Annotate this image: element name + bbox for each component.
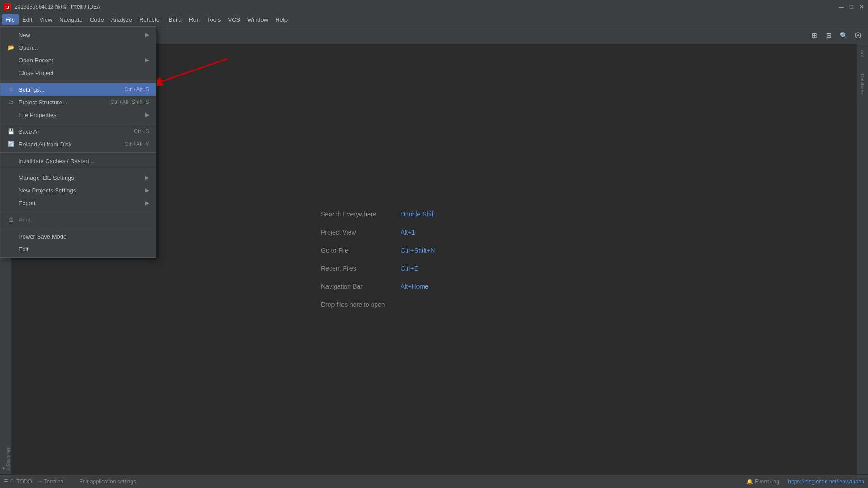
menu-item-power-save[interactable]: Power Save Mode (0, 230, 156, 243)
status-message: Edit application settings (79, 479, 136, 485)
project-structure-label: Project Structure... (19, 99, 99, 106)
menu-window[interactable]: Window (244, 14, 272, 25)
file-dropdown-menu: New ▶ 📂 Open... Open Recent ▶ Close Proj… (0, 26, 156, 258)
menu-run[interactable]: Run (185, 14, 203, 25)
maximize-button[interactable]: □ (848, 4, 854, 10)
todo-button[interactable]: ☰ 6: TODO (4, 479, 32, 485)
menu-item-invalidate[interactable]: Invalidate Caches / Restart... (0, 155, 156, 167)
invalidate-label: Invalidate Caches / Restart... (19, 158, 149, 164)
new-arrow: ▶ (145, 32, 149, 38)
app-icon: IJ (4, 3, 11, 10)
search-everywhere-label: Search Everywhere (321, 211, 393, 218)
new-label: New (19, 32, 142, 38)
shortcut-row-nav-bar: Navigation Bar Alt+Home (321, 283, 547, 290)
goto-file-key: Ctrl+Shift+N (401, 247, 435, 254)
menu-item-open[interactable]: 📂 Open... (0, 41, 156, 54)
menu-item-manage-ide[interactable]: Manage IDE Settings ▶ (0, 171, 156, 184)
close-project-label: Close Project (19, 70, 149, 76)
separator-5 (0, 211, 156, 211)
search-everywhere-button[interactable]: 🔍 (837, 29, 850, 42)
sidebar-item-ant[interactable]: Ant (858, 46, 867, 61)
save-all-icon: 💾 (7, 127, 15, 136)
separator-2 (0, 123, 156, 123)
menu-navigate[interactable]: Navigate (56, 14, 86, 25)
manage-ide-icon (7, 174, 15, 182)
menu-item-new[interactable]: New ▶ (0, 28, 156, 41)
settings-label: Settings... (19, 86, 113, 93)
menu-refactor[interactable]: Refactor (136, 14, 165, 25)
project-structure-icon: 🗂 (7, 98, 15, 106)
open-icon: 📂 (7, 43, 15, 52)
menu-build[interactable]: Build (165, 14, 185, 25)
menu-item-settings[interactable]: ⚙ Settings... Ctrl+Alt+S (0, 83, 156, 96)
menu-analyze[interactable]: Analyze (108, 14, 136, 25)
separator-1 (0, 81, 156, 81)
menu-item-file-properties[interactable]: File Properties ▶ (0, 108, 156, 121)
minimize-button[interactable]: — (838, 4, 844, 10)
reload-label: Reload All from Disk (19, 141, 113, 148)
file-properties-icon (7, 111, 15, 119)
close-button[interactable]: ✕ (858, 4, 864, 10)
menu-tools[interactable]: Tools (203, 14, 224, 25)
drop-files-label: Drop files here to open (321, 301, 385, 308)
menu-bar: File Edit View Navigate Code Analyze Ref… (0, 14, 868, 26)
nav-bar-label: Navigation Bar (321, 283, 393, 290)
exit-icon (7, 245, 15, 253)
export-label: Export (19, 200, 142, 206)
menu-item-project-structure[interactable]: 🗂 Project Structure... Ctrl+Alt+Shift+S (0, 96, 156, 108)
power-save-icon (7, 232, 15, 240)
menu-code[interactable]: Code (86, 14, 108, 25)
svg-line-5 (162, 59, 227, 81)
open-recent-label: Open Recent (19, 57, 142, 64)
settings-shortcut: Ctrl+Alt+S (124, 86, 149, 93)
favorites-icon[interactable]: ★2: Favorites (0, 446, 13, 473)
status-bar: ☰ 6: TODO ▭ Terminal Edit application se… (0, 474, 868, 488)
shortcut-row-search: Search Everywhere Double Shift (321, 211, 547, 218)
exit-label: Exit (19, 246, 149, 253)
layout-button[interactable]: ⊞ (808, 29, 821, 42)
settings-quick-button[interactable] (852, 29, 864, 42)
power-save-label: Power Save Mode (19, 233, 149, 240)
new-projects-label: New Projects Settings (19, 187, 142, 194)
title-bar-controls: — □ ✕ (838, 4, 864, 10)
terminal-icon: ▭ (38, 479, 42, 485)
menu-item-save-all[interactable]: 💾 Save All Ctrl+S (0, 125, 156, 138)
todo-label: 6: TODO (10, 479, 32, 485)
menu-item-open-recent[interactable]: Open Recent ▶ (0, 54, 156, 66)
menu-item-export[interactable]: Export ▶ (0, 197, 156, 209)
new-icon (7, 31, 15, 39)
menu-edit[interactable]: Edit (19, 14, 36, 25)
sidebar-item-database[interactable]: Database (858, 70, 867, 99)
menu-item-exit[interactable]: Exit (0, 243, 156, 255)
reload-icon: 🔄 (7, 140, 15, 148)
open-label: Open... (19, 44, 149, 51)
title-bar-title: 2019339964013 陈瑞 - IntelliJ IDEA (14, 3, 100, 11)
menu-item-new-projects[interactable]: New Projects Settings ▶ (0, 184, 156, 197)
open-recent-arrow: ▶ (145, 57, 149, 63)
separator-6 (0, 228, 156, 228)
red-arrow-annotation (157, 54, 230, 92)
terminal-button[interactable]: ▭ Terminal (38, 479, 65, 485)
status-bar-left: ☰ 6: TODO ▭ Terminal Edit application se… (4, 479, 136, 485)
menu-help[interactable]: Help (272, 14, 291, 25)
title-bar-left: IJ 2019339964013 陈瑞 - IntelliJ IDEA (4, 3, 100, 11)
goto-file-label: Go to File (321, 247, 393, 254)
menu-vcs[interactable]: VCS (224, 14, 244, 25)
project-view-label: Project View (321, 229, 393, 236)
status-bar-right: 🔔 Event Log https://blog.csdn.net/leowah… (746, 479, 864, 485)
csdn-link[interactable]: https://blog.csdn.net/leowahaha (788, 479, 864, 485)
manage-ide-label: Manage IDE Settings (19, 174, 142, 181)
menu-item-reload[interactable]: 🔄 Reload All from Disk Ctrl+Alt+Y (0, 138, 156, 150)
new-projects-arrow: ▶ (145, 187, 149, 193)
project-structure-shortcut: Ctrl+Alt+Shift+S (110, 99, 149, 105)
todo-icon: ☰ (4, 479, 9, 485)
open-recent-icon (7, 56, 15, 64)
settings-icon: ⚙ (7, 85, 15, 94)
restore-layout-button[interactable]: ⊟ (823, 29, 835, 42)
menu-item-close-project[interactable]: Close Project (0, 66, 156, 79)
new-projects-icon (7, 186, 15, 194)
title-bar: IJ 2019339964013 陈瑞 - IntelliJ IDEA — □ … (0, 0, 868, 14)
menu-file[interactable]: File (2, 14, 19, 25)
event-log-label[interactable]: 🔔 Event Log (746, 479, 781, 485)
menu-view[interactable]: View (36, 14, 56, 25)
